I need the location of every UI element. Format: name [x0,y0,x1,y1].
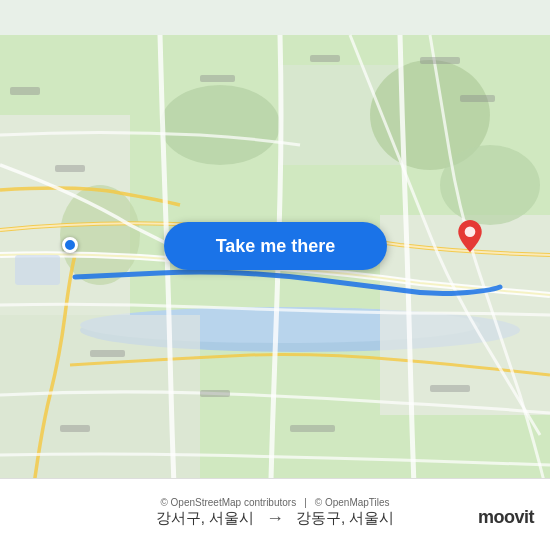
svg-rect-19 [200,390,230,397]
svg-rect-12 [10,87,40,95]
destination-label: 강동구, 서울시 [296,509,394,528]
bottom-bar: © OpenStreetMap contributors | © OpenMap… [0,478,550,550]
copyright-separator: | [304,497,307,508]
svg-rect-17 [460,95,495,102]
svg-rect-20 [60,425,90,432]
copyright-omt: © OpenMapTiles [315,497,390,508]
copyright-bar: © OpenStreetMap contributors | © OpenMap… [160,497,389,508]
svg-rect-13 [55,165,85,172]
copyright-osm: © OpenStreetMap contributors [160,497,296,508]
moovit-logo: moovit [478,507,534,528]
svg-rect-11 [15,255,60,285]
svg-rect-18 [90,350,125,357]
origin-label: 강서구, 서울시 [156,509,254,528]
route-arrow: → [266,508,284,529]
svg-rect-16 [420,57,460,64]
route-info: 강서구, 서울시 → 강동구, 서울시 [156,508,395,529]
svg-point-23 [465,226,476,237]
end-marker [458,220,482,252]
map-svg [0,0,550,550]
svg-rect-22 [290,425,335,432]
svg-rect-14 [200,75,235,82]
moovit-logo-text: moovit [478,507,534,527]
svg-point-7 [160,85,280,165]
start-marker [62,237,78,253]
svg-rect-21 [430,385,470,392]
svg-rect-15 [310,55,340,62]
map-container: Take me there © OpenStreetMap contributo… [0,0,550,550]
take-me-there-button[interactable]: Take me there [164,222,387,270]
